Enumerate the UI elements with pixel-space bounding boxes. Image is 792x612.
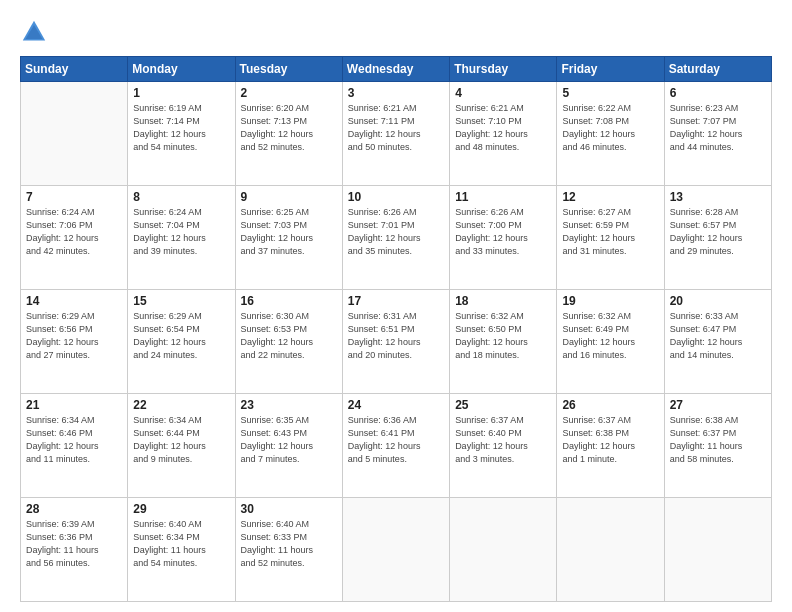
day-info: Sunrise: 6:31 AM Sunset: 6:51 PM Dayligh… [348, 310, 444, 362]
day-cell [664, 498, 771, 602]
day-cell: 5Sunrise: 6:22 AM Sunset: 7:08 PM Daylig… [557, 82, 664, 186]
day-cell: 4Sunrise: 6:21 AM Sunset: 7:10 PM Daylig… [450, 82, 557, 186]
day-number: 4 [455, 86, 551, 100]
day-cell: 7Sunrise: 6:24 AM Sunset: 7:06 PM Daylig… [21, 186, 128, 290]
day-cell: 18Sunrise: 6:32 AM Sunset: 6:50 PM Dayli… [450, 290, 557, 394]
day-number: 30 [241, 502, 337, 516]
week-row-1: 1Sunrise: 6:19 AM Sunset: 7:14 PM Daylig… [21, 82, 772, 186]
day-info: Sunrise: 6:25 AM Sunset: 7:03 PM Dayligh… [241, 206, 337, 258]
day-info: Sunrise: 6:27 AM Sunset: 6:59 PM Dayligh… [562, 206, 658, 258]
day-info: Sunrise: 6:33 AM Sunset: 6:47 PM Dayligh… [670, 310, 766, 362]
day-info: Sunrise: 6:22 AM Sunset: 7:08 PM Dayligh… [562, 102, 658, 154]
day-info: Sunrise: 6:21 AM Sunset: 7:11 PM Dayligh… [348, 102, 444, 154]
day-cell: 8Sunrise: 6:24 AM Sunset: 7:04 PM Daylig… [128, 186, 235, 290]
day-cell [21, 82, 128, 186]
day-number: 28 [26, 502, 122, 516]
day-cell: 11Sunrise: 6:26 AM Sunset: 7:00 PM Dayli… [450, 186, 557, 290]
day-cell: 14Sunrise: 6:29 AM Sunset: 6:56 PM Dayli… [21, 290, 128, 394]
weekday-wednesday: Wednesday [342, 57, 449, 82]
day-info: Sunrise: 6:20 AM Sunset: 7:13 PM Dayligh… [241, 102, 337, 154]
day-number: 18 [455, 294, 551, 308]
day-cell: 19Sunrise: 6:32 AM Sunset: 6:49 PM Dayli… [557, 290, 664, 394]
weekday-sunday: Sunday [21, 57, 128, 82]
day-number: 17 [348, 294, 444, 308]
day-number: 29 [133, 502, 229, 516]
day-cell: 16Sunrise: 6:30 AM Sunset: 6:53 PM Dayli… [235, 290, 342, 394]
day-cell: 9Sunrise: 6:25 AM Sunset: 7:03 PM Daylig… [235, 186, 342, 290]
day-info: Sunrise: 6:26 AM Sunset: 7:00 PM Dayligh… [455, 206, 551, 258]
day-info: Sunrise: 6:34 AM Sunset: 6:46 PM Dayligh… [26, 414, 122, 466]
day-number: 16 [241, 294, 337, 308]
day-number: 21 [26, 398, 122, 412]
day-cell [450, 498, 557, 602]
day-info: Sunrise: 6:38 AM Sunset: 6:37 PM Dayligh… [670, 414, 766, 466]
week-row-3: 14Sunrise: 6:29 AM Sunset: 6:56 PM Dayli… [21, 290, 772, 394]
day-info: Sunrise: 6:40 AM Sunset: 6:33 PM Dayligh… [241, 518, 337, 570]
day-info: Sunrise: 6:21 AM Sunset: 7:10 PM Dayligh… [455, 102, 551, 154]
weekday-monday: Monday [128, 57, 235, 82]
day-number: 11 [455, 190, 551, 204]
day-number: 5 [562, 86, 658, 100]
day-info: Sunrise: 6:36 AM Sunset: 6:41 PM Dayligh… [348, 414, 444, 466]
day-info: Sunrise: 6:29 AM Sunset: 6:54 PM Dayligh… [133, 310, 229, 362]
day-number: 2 [241, 86, 337, 100]
day-cell: 28Sunrise: 6:39 AM Sunset: 6:36 PM Dayli… [21, 498, 128, 602]
day-cell: 30Sunrise: 6:40 AM Sunset: 6:33 PM Dayli… [235, 498, 342, 602]
day-cell: 6Sunrise: 6:23 AM Sunset: 7:07 PM Daylig… [664, 82, 771, 186]
day-cell: 26Sunrise: 6:37 AM Sunset: 6:38 PM Dayli… [557, 394, 664, 498]
day-cell: 1Sunrise: 6:19 AM Sunset: 7:14 PM Daylig… [128, 82, 235, 186]
day-number: 7 [26, 190, 122, 204]
day-info: Sunrise: 6:32 AM Sunset: 6:50 PM Dayligh… [455, 310, 551, 362]
day-number: 15 [133, 294, 229, 308]
day-cell: 20Sunrise: 6:33 AM Sunset: 6:47 PM Dayli… [664, 290, 771, 394]
header [20, 18, 772, 46]
day-info: Sunrise: 6:35 AM Sunset: 6:43 PM Dayligh… [241, 414, 337, 466]
day-number: 24 [348, 398, 444, 412]
week-row-4: 21Sunrise: 6:34 AM Sunset: 6:46 PM Dayli… [21, 394, 772, 498]
day-number: 22 [133, 398, 229, 412]
day-number: 23 [241, 398, 337, 412]
day-number: 27 [670, 398, 766, 412]
week-row-5: 28Sunrise: 6:39 AM Sunset: 6:36 PM Dayli… [21, 498, 772, 602]
day-info: Sunrise: 6:24 AM Sunset: 7:04 PM Dayligh… [133, 206, 229, 258]
day-cell: 29Sunrise: 6:40 AM Sunset: 6:34 PM Dayli… [128, 498, 235, 602]
day-info: Sunrise: 6:23 AM Sunset: 7:07 PM Dayligh… [670, 102, 766, 154]
day-info: Sunrise: 6:24 AM Sunset: 7:06 PM Dayligh… [26, 206, 122, 258]
weekday-saturday: Saturday [664, 57, 771, 82]
weekday-friday: Friday [557, 57, 664, 82]
day-info: Sunrise: 6:37 AM Sunset: 6:40 PM Dayligh… [455, 414, 551, 466]
day-cell: 3Sunrise: 6:21 AM Sunset: 7:11 PM Daylig… [342, 82, 449, 186]
day-number: 20 [670, 294, 766, 308]
day-cell: 21Sunrise: 6:34 AM Sunset: 6:46 PM Dayli… [21, 394, 128, 498]
day-cell: 17Sunrise: 6:31 AM Sunset: 6:51 PM Dayli… [342, 290, 449, 394]
logo [20, 18, 52, 46]
day-info: Sunrise: 6:32 AM Sunset: 6:49 PM Dayligh… [562, 310, 658, 362]
week-row-2: 7Sunrise: 6:24 AM Sunset: 7:06 PM Daylig… [21, 186, 772, 290]
day-cell [342, 498, 449, 602]
day-cell: 12Sunrise: 6:27 AM Sunset: 6:59 PM Dayli… [557, 186, 664, 290]
day-info: Sunrise: 6:26 AM Sunset: 7:01 PM Dayligh… [348, 206, 444, 258]
day-info: Sunrise: 6:29 AM Sunset: 6:56 PM Dayligh… [26, 310, 122, 362]
day-info: Sunrise: 6:39 AM Sunset: 6:36 PM Dayligh… [26, 518, 122, 570]
weekday-thursday: Thursday [450, 57, 557, 82]
day-cell: 15Sunrise: 6:29 AM Sunset: 6:54 PM Dayli… [128, 290, 235, 394]
logo-icon [20, 18, 48, 46]
day-number: 8 [133, 190, 229, 204]
day-number: 12 [562, 190, 658, 204]
day-cell: 22Sunrise: 6:34 AM Sunset: 6:44 PM Dayli… [128, 394, 235, 498]
weekday-tuesday: Tuesday [235, 57, 342, 82]
day-cell: 24Sunrise: 6:36 AM Sunset: 6:41 PM Dayli… [342, 394, 449, 498]
day-number: 9 [241, 190, 337, 204]
day-number: 19 [562, 294, 658, 308]
day-number: 1 [133, 86, 229, 100]
day-cell: 25Sunrise: 6:37 AM Sunset: 6:40 PM Dayli… [450, 394, 557, 498]
day-cell: 10Sunrise: 6:26 AM Sunset: 7:01 PM Dayli… [342, 186, 449, 290]
day-info: Sunrise: 6:37 AM Sunset: 6:38 PM Dayligh… [562, 414, 658, 466]
day-cell: 13Sunrise: 6:28 AM Sunset: 6:57 PM Dayli… [664, 186, 771, 290]
day-number: 10 [348, 190, 444, 204]
day-cell: 23Sunrise: 6:35 AM Sunset: 6:43 PM Dayli… [235, 394, 342, 498]
day-cell: 27Sunrise: 6:38 AM Sunset: 6:37 PM Dayli… [664, 394, 771, 498]
day-number: 26 [562, 398, 658, 412]
day-cell: 2Sunrise: 6:20 AM Sunset: 7:13 PM Daylig… [235, 82, 342, 186]
day-number: 13 [670, 190, 766, 204]
